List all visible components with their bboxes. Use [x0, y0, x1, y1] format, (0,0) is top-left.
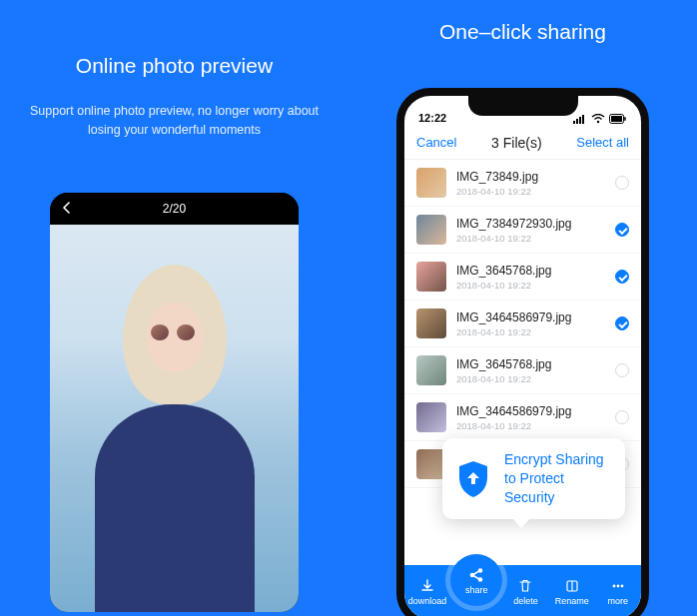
device-mockup-photo-viewer: 2/20: [50, 193, 299, 612]
file-date: 2018-04-10 19:22: [456, 373, 605, 384]
share-button[interactable]: share: [450, 554, 502, 606]
shield-icon: [456, 459, 490, 499]
file-row[interactable]: IMG_3464586979.jpg2018-04-10 19:22: [404, 301, 641, 347]
callout-text: Encrypt Sharing to Protect Security: [504, 450, 611, 507]
select-all-button[interactable]: Select all: [576, 135, 629, 150]
file-name: IMG_3645768.jpg: [456, 357, 605, 371]
file-meta: IMG_3645768.jpg2018-04-10 19:22: [456, 264, 605, 291]
download-label: download: [408, 596, 447, 606]
photo-viewer-header: 2/20: [50, 193, 299, 225]
file-row[interactable]: IMG_7384972930.jpg2018-04-10 19:22: [404, 207, 641, 254]
more-label: more: [608, 596, 629, 606]
rename-button[interactable]: Rename: [549, 578, 595, 606]
delete-button[interactable]: delete: [502, 578, 548, 606]
selection-indicator[interactable]: [615, 410, 629, 424]
file-thumbnail: [416, 262, 446, 292]
notch: [468, 96, 578, 116]
svg-point-13: [616, 585, 619, 588]
file-thumbnail: [416, 215, 446, 245]
file-date: 2018-04-10 19:22: [456, 186, 605, 197]
file-date: 2018-04-10 19:22: [456, 326, 605, 337]
file-meta: IMG_3464586979.jpg2018-04-10 19:22: [456, 404, 605, 431]
photo-content[interactable]: [50, 225, 299, 612]
photo-illustration: [85, 225, 265, 612]
file-meta: IMG_3645768.jpg2018-04-10 19:22: [456, 357, 605, 384]
cancel-button[interactable]: Cancel: [416, 135, 456, 150]
file-meta: IMG_73849.jpg2018-04-10 19:22: [456, 170, 605, 197]
file-row[interactable]: IMG_73849.jpg2018-04-10 19:22: [404, 160, 641, 207]
nav-bar: Cancel 3 File(s) Select all: [404, 126, 641, 160]
signal-icon: [573, 114, 587, 124]
svg-rect-2: [579, 117, 581, 124]
file-row[interactable]: IMG_3645768.jpg2018-04-10 19:22: [404, 254, 641, 301]
wifi-icon: [591, 114, 605, 124]
svg-point-14: [620, 585, 623, 588]
svg-rect-6: [611, 116, 622, 122]
file-row[interactable]: IMG_3645768.jpg2018-04-10 19:22: [404, 347, 641, 394]
promo-panel-sharing: One–click sharing 12:22 Cancel 3 File(s)…: [348, 0, 697, 616]
selection-indicator[interactable]: [615, 176, 629, 190]
file-date: 2018-04-10 19:22: [456, 420, 605, 431]
nav-title: 3 File(s): [491, 135, 542, 151]
file-thumbnail: [416, 402, 446, 432]
file-name: IMG_7384972930.jpg: [456, 217, 605, 231]
file-name: IMG_3464586979.jpg: [456, 310, 605, 324]
file-row[interactable]: IMG_3464586979.jpg2018-04-10 19:22: [404, 394, 641, 441]
delete-label: delete: [513, 596, 538, 606]
device-mockup-iphone: 12:22 Cancel 3 File(s) Select all IMG_73…: [396, 88, 649, 616]
file-thumbnail: [416, 355, 446, 385]
share-label: share: [465, 585, 488, 595]
svg-rect-3: [582, 115, 584, 124]
svg-rect-7: [624, 117, 626, 121]
file-date: 2018-04-10 19:22: [456, 233, 605, 244]
svg-rect-1: [576, 119, 578, 124]
file-name: IMG_3645768.jpg: [456, 264, 605, 278]
file-thumbnail: [416, 168, 446, 198]
status-icons: [573, 114, 627, 124]
back-icon[interactable]: [62, 202, 72, 217]
bottom-bar: download share delete Rename more: [404, 565, 641, 616]
file-meta: IMG_3464586979.jpg2018-04-10 19:22: [456, 310, 605, 337]
rename-label: Rename: [555, 596, 589, 606]
battery-icon: [609, 114, 627, 124]
selection-indicator[interactable]: [615, 223, 629, 237]
promo-panel-preview: Online photo preview Support online phot…: [0, 0, 348, 616]
panel-title: One–click sharing: [348, 20, 697, 44]
photo-counter: 2/20: [163, 202, 186, 216]
panel-subtitle: Support online photo preview, no longer …: [28, 102, 321, 141]
file-name: IMG_3464586979.jpg: [456, 404, 605, 418]
file-date: 2018-04-10 19:22: [456, 280, 605, 291]
file-thumbnail: [416, 308, 446, 338]
file-meta: IMG_7384972930.jpg2018-04-10 19:22: [456, 217, 605, 244]
download-button[interactable]: download: [404, 578, 450, 606]
encrypt-callout: Encrypt Sharing to Protect Security: [442, 438, 625, 519]
file-name: IMG_73849.jpg: [456, 170, 605, 184]
status-time: 12:22: [418, 112, 446, 124]
svg-point-4: [597, 121, 599, 123]
selection-indicator[interactable]: [615, 270, 629, 284]
selection-indicator[interactable]: [615, 316, 629, 330]
svg-point-12: [612, 585, 615, 588]
selection-indicator[interactable]: [615, 363, 629, 377]
svg-rect-0: [573, 121, 575, 124]
panel-title: Online photo preview: [0, 54, 348, 78]
more-button[interactable]: more: [595, 578, 641, 606]
